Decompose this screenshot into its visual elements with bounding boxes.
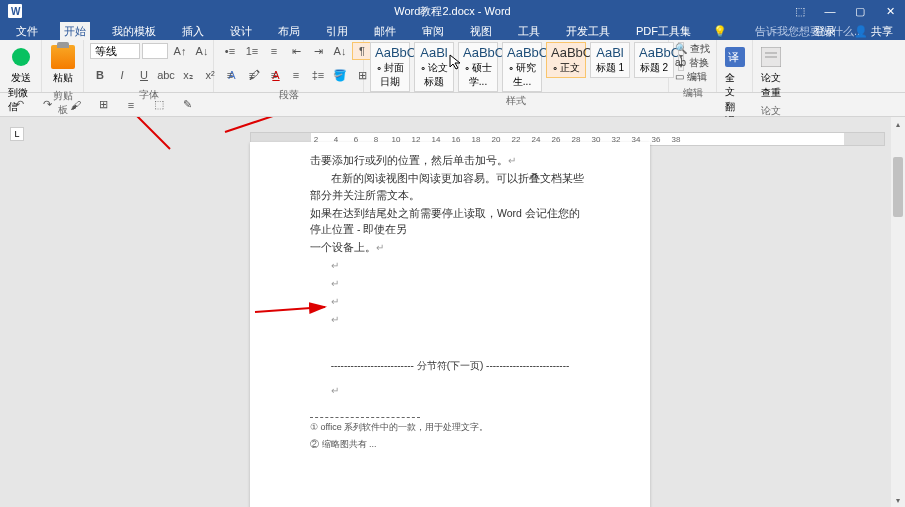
menu-layout[interactable]: 布局 <box>274 22 304 41</box>
scroll-thumb[interactable] <box>893 157 903 217</box>
wechat-icon <box>8 44 34 70</box>
replace-button[interactable]: ab 替换 <box>675 56 710 70</box>
style-normal[interactable]: AaBbCcDd∘ 正文 <box>546 42 586 78</box>
footnote-1: ① office 系列软件中的一款，用于处理文字。 <box>310 420 590 434</box>
vertical-scrollbar[interactable]: ▴ ▾ <box>891 117 905 507</box>
menu-view[interactable]: 视图 <box>466 22 496 41</box>
align-right-button[interactable]: ≡ <box>264 66 284 84</box>
numbering-button[interactable]: 1≡ <box>242 42 262 60</box>
style-cover-date[interactable]: AaBbCc∘ 封面日期 <box>370 42 410 92</box>
ribbon-display-options[interactable]: ⬚ <box>785 0 815 22</box>
titlebar: W Word教程2.docx - Word ⬚ — ▢ ✕ <box>0 0 905 22</box>
strikethrough-button[interactable]: abc <box>156 66 176 84</box>
style-master[interactable]: AaBbCc∘ 硕士学... <box>458 42 498 92</box>
footnote-2: ② 缩略图共有 ... <box>310 437 590 451</box>
lightbulb-icon: 💡 <box>713 25 727 38</box>
tab-selector[interactable]: L <box>10 127 24 141</box>
send-wechat-button[interactable]: 发送 到微信 <box>6 42 35 116</box>
doc-text: 如果在达到结尾处之前需要停止读取，Word 会记住您的停止位置 - 即使在另 <box>310 207 580 236</box>
styles-group-label: 样式 <box>370 94 662 108</box>
word-icon: W <box>0 4 30 18</box>
menu-tools[interactable]: 工具 <box>514 22 544 41</box>
align-center-button[interactable]: ≡ <box>242 66 262 84</box>
increase-font-button[interactable]: A↑ <box>170 42 190 60</box>
document-workspace: L 2468101214161820222426283032343638 击要添… <box>0 117 905 507</box>
bullets-button[interactable]: •≡ <box>220 42 240 60</box>
select-button[interactable]: ▭ 编辑 <box>675 70 710 84</box>
font-group-label: 字体 <box>90 88 207 102</box>
align-left-button[interactable]: ≡ <box>220 66 240 84</box>
increase-indent-button[interactable]: ⇥ <box>308 42 328 60</box>
style-heading1[interactable]: AaBl标题 1 <box>590 42 630 78</box>
menu-developer[interactable]: 开发工具 <box>562 22 614 41</box>
document-title: Word教程2.docx - Word <box>394 4 510 19</box>
maximize-button[interactable]: ▢ <box>845 0 875 22</box>
paste-button[interactable]: 粘贴 <box>48 42 77 87</box>
doc-text: 一个设备上。 <box>310 241 376 253</box>
subscript-button[interactable]: x₂ <box>178 66 198 84</box>
font-size-input[interactable] <box>142 43 168 59</box>
send-label: 发送 <box>11 71 31 85</box>
multilevel-button[interactable]: ≡ <box>264 42 284 60</box>
paragraph-group-label: 段落 <box>220 88 357 102</box>
menubar: 文件 开始 我的模板 插入 设计 布局 引用 邮件 审阅 视图 工具 开发工具 … <box>0 22 905 40</box>
svg-text:W: W <box>11 6 21 17</box>
ribbon: 发送 到微信 文件传输 粘贴 剪贴板 A↑ A↓ B I U abc x₂ <box>0 40 905 93</box>
style-thesis-title[interactable]: AaBl∘ 论文标题 <box>414 42 454 92</box>
line-spacing-button[interactable]: ‡≡ <box>308 66 328 84</box>
svg-line-8 <box>65 117 170 149</box>
minimize-button[interactable]: — <box>815 0 845 22</box>
svg-line-9 <box>225 117 435 132</box>
footnote-separator <box>310 417 420 418</box>
menu-file[interactable]: 文件 <box>12 22 42 41</box>
decrease-font-button[interactable]: A↓ <box>192 42 212 60</box>
doc-text: 在新的阅读视图中阅读更加容易。可以折叠文档某些部分并关注所需文本。 <box>310 172 584 201</box>
svg-text:译: 译 <box>728 51 739 63</box>
justify-button[interactable]: ≡ <box>286 66 306 84</box>
menu-template[interactable]: 我的模板 <box>108 22 160 41</box>
login-button[interactable]: 登录 <box>810 22 840 41</box>
svg-point-2 <box>12 48 30 66</box>
italic-button[interactable]: I <box>112 66 132 84</box>
translate-icon: 译 <box>722 44 748 70</box>
bold-button[interactable]: B <box>90 66 110 84</box>
thesis-icon <box>758 44 784 70</box>
menu-design[interactable]: 设计 <box>226 22 256 41</box>
sort-button[interactable]: A↓ <box>330 42 350 60</box>
clipboard-label: 剪贴板 <box>48 89 77 117</box>
menu-references[interactable]: 引用 <box>322 22 352 41</box>
document-page-1[interactable]: 击要添加行或列的位置，然后单击加号。↵ 在新的阅读视图中阅读更加容易。可以折叠文… <box>250 142 650 507</box>
annotation-arrow-1 <box>60 117 180 161</box>
menu-insert[interactable]: 插入 <box>178 22 208 41</box>
section-break-marker: ------------------------- 分节符(下一页) -----… <box>310 358 590 374</box>
find-button[interactable]: 🔍 查找 <box>675 42 710 56</box>
send-label2: 到微信 <box>8 86 33 114</box>
menu-pdftools[interactable]: PDF工具集 <box>632 22 695 41</box>
thesis-group-label: 论文 <box>759 104 783 118</box>
doc-text: 击要添加行或列的位置，然后单击加号。 <box>310 154 508 166</box>
close-button[interactable]: ✕ <box>875 0 905 22</box>
shading-button[interactable]: 🪣 <box>330 66 350 84</box>
thesis-check-button[interactable]: 论文 查重 <box>759 42 783 102</box>
style-heading2[interactable]: AaBbC标题 2 <box>634 42 674 78</box>
menu-home[interactable]: 开始 <box>60 22 90 41</box>
clipboard-icon <box>50 44 76 70</box>
edit-group-label: 编辑 <box>675 86 710 100</box>
decrease-indent-button[interactable]: ⇤ <box>286 42 306 60</box>
menu-mailings[interactable]: 邮件 <box>370 22 400 41</box>
underline-button[interactable]: U <box>134 66 154 84</box>
paste-label: 粘贴 <box>53 71 73 85</box>
share-button[interactable]: 👤 共享 <box>850 22 897 41</box>
scroll-up-arrow[interactable]: ▴ <box>891 117 905 131</box>
scroll-down-arrow[interactable]: ▾ <box>891 493 905 507</box>
style-graduate[interactable]: AaBbCc∘ 研究生... <box>502 42 542 92</box>
font-name-input[interactable] <box>90 43 140 59</box>
menu-review[interactable]: 审阅 <box>418 22 448 41</box>
